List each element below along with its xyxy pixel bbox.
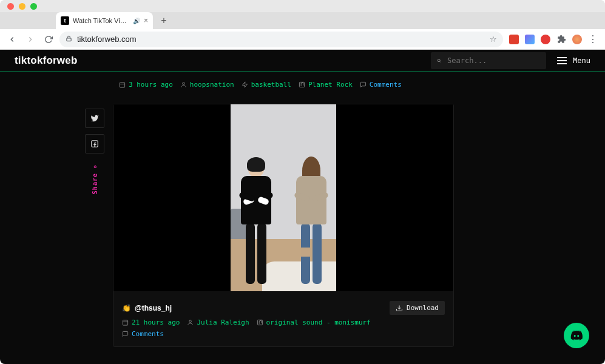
- new-tab-button[interactable]: +: [157, 13, 171, 28]
- reload-button[interactable]: [41, 32, 56, 47]
- person-icon: [180, 81, 187, 88]
- site-header: tiktokforweb Menu: [0, 50, 605, 72]
- comments-link[interactable]: Comments: [122, 330, 164, 338]
- share-label: Share »: [92, 164, 98, 194]
- browser-window: t Watch TikTok Videos Onlin 🔊 × + tiktok…: [0, 0, 605, 364]
- author-meta[interactable]: hoopsnation: [180, 81, 234, 89]
- video-card: 👏 @thsus_hj Download 21 hours ago: [113, 104, 454, 347]
- svg-rect-0: [67, 38, 71, 41]
- svg-point-1: [438, 59, 440, 62]
- discord-icon: [570, 329, 583, 342]
- maximize-window-button[interactable]: [30, 3, 37, 10]
- download-icon: [396, 305, 403, 312]
- back-button[interactable]: [5, 32, 19, 47]
- svg-point-5: [183, 83, 185, 85]
- sound-meta[interactable]: Planet Rock: [299, 81, 353, 89]
- video-meta: 👏 @thsus_hj Download 21 hours ago: [113, 291, 453, 346]
- share-facebook-button[interactable]: [85, 134, 104, 153]
- menu-button[interactable]: Menu: [557, 56, 590, 65]
- tag-meta[interactable]: basketball: [242, 81, 291, 89]
- extension-icons: ⋮: [507, 35, 600, 44]
- facebook-icon: [90, 140, 99, 148]
- share-twitter-button[interactable]: [85, 109, 104, 128]
- search-input[interactable]: [447, 56, 540, 65]
- comments-meta[interactable]: Comments: [360, 81, 402, 89]
- extension-icon[interactable]: [541, 35, 550, 44]
- bolt-icon: [242, 81, 248, 88]
- audio-icon[interactable]: 🔊: [133, 18, 140, 24]
- browser-tab[interactable]: t Watch TikTok Videos Onlin 🔊 ×: [56, 12, 153, 29]
- close-tab-button[interactable]: ×: [144, 16, 148, 25]
- sound-meta[interactable]: original sound - monismurf: [257, 318, 371, 326]
- svg-rect-10: [123, 320, 127, 325]
- time-meta: 3 hours ago: [119, 81, 173, 89]
- share-column: Share »: [85, 109, 104, 194]
- video-handle[interactable]: 👏 @thsus_hj: [122, 304, 172, 312]
- author-meta[interactable]: Julia Raleigh: [187, 318, 249, 326]
- menu-label: Menu: [573, 56, 590, 65]
- minimize-window-button[interactable]: [19, 3, 25, 10]
- content-area: 3 hours ago hoopsnation basketball Plane…: [0, 72, 605, 364]
- lock-icon: [66, 35, 72, 43]
- music-icon: [299, 81, 305, 88]
- profile-avatar[interactable]: [572, 35, 582, 44]
- music-icon: [257, 319, 263, 326]
- close-window-button[interactable]: [7, 3, 14, 10]
- download-button[interactable]: Download: [390, 301, 445, 315]
- tab-title: Watch TikTok Videos Onlin: [73, 17, 129, 24]
- comment-icon: [122, 331, 129, 337]
- svg-marker-6: [242, 82, 247, 87]
- search-icon: [437, 56, 441, 65]
- svg-line-2: [440, 61, 441, 62]
- browser-menu-icon[interactable]: ⋮: [588, 35, 598, 44]
- previous-post-meta: 3 hours ago hoopsnation basketball Plane…: [119, 81, 459, 89]
- window-controls: [0, 0, 605, 12]
- address-bar: tiktokforweb.com ☆ ⋮: [0, 29, 605, 50]
- tab-bar: t Watch TikTok Videos Onlin 🔊 × +: [0, 12, 605, 29]
- url-text: tiktokforweb.com: [77, 35, 137, 44]
- video-player[interactable]: [113, 104, 453, 291]
- brand-logo[interactable]: tiktokforweb: [15, 55, 77, 67]
- extensions-menu-icon[interactable]: [556, 35, 566, 44]
- calendar-icon: [119, 81, 126, 88]
- svg-rect-3: [120, 83, 124, 87]
- emoji-icon: 👏: [122, 304, 131, 312]
- tab-favicon: t: [61, 16, 69, 25]
- comment-icon: [360, 81, 367, 88]
- calendar-icon: [122, 319, 129, 326]
- search-box[interactable]: [431, 52, 546, 69]
- forward-button[interactable]: [23, 32, 38, 47]
- extension-icon[interactable]: [525, 35, 535, 44]
- url-field[interactable]: tiktokforweb.com ☆: [59, 32, 503, 47]
- extension-icon[interactable]: [509, 35, 519, 44]
- hamburger-icon: [557, 57, 567, 64]
- time-meta: 21 hours ago: [122, 318, 180, 326]
- video-thumbnail: [231, 104, 336, 291]
- person-icon: [187, 319, 194, 326]
- svg-point-12: [189, 320, 192, 323]
- twitter-icon: [90, 114, 99, 123]
- bookmark-icon[interactable]: ☆: [490, 35, 497, 44]
- page-content: tiktokforweb Menu 3 hours ago: [0, 50, 605, 364]
- discord-fab[interactable]: [564, 323, 589, 348]
